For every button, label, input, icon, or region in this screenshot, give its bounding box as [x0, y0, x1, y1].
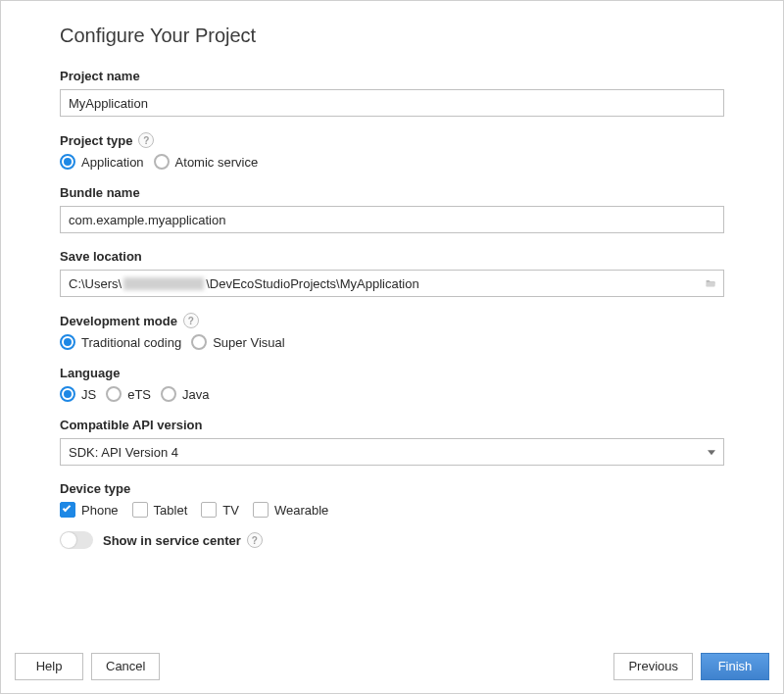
check-label: Tablet: [154, 503, 188, 518]
radio-label: Java: [182, 387, 209, 402]
language-label: Language: [60, 366, 724, 380]
project-name-input[interactable]: [60, 89, 724, 117]
dev-mode-label: Development mode ?: [60, 313, 724, 328]
bundle-name-input[interactable]: [60, 206, 724, 233]
bundle-name-label: Bundle name: [60, 185, 724, 200]
dev-mode-label-text: Development mode: [60, 314, 177, 328]
api-version-group: Compatible API version SDK: API Version …: [60, 418, 724, 466]
finish-button[interactable]: Finish: [701, 653, 769, 680]
check-label: Phone: [81, 503, 119, 518]
dialog-content: Configure Your Project Project name Proj…: [1, 1, 783, 638]
project-type-group: Project type ? Application Atomic servic…: [60, 132, 724, 170]
radio-label: Traditional coding: [81, 335, 181, 350]
device-type-group: Device type Phone Tablet TV Wearable: [60, 481, 724, 549]
chevron-down-icon: [708, 450, 715, 455]
check-wearable[interactable]: Wearable: [253, 502, 328, 518]
radio-traditional-coding[interactable]: Traditional coding: [60, 334, 181, 350]
radio-dot-icon: [60, 154, 75, 170]
radio-dot-icon: [60, 334, 75, 350]
device-type-label: Device type: [60, 481, 724, 496]
help-icon[interactable]: ?: [183, 313, 199, 328]
browse-folder-button[interactable]: [700, 273, 721, 294]
dialog-title: Configure Your Project: [60, 25, 724, 47]
help-icon[interactable]: ?: [138, 132, 154, 148]
checkbox-icon: [132, 502, 148, 518]
check-tv[interactable]: TV: [201, 502, 239, 518]
path-prefix: C:\Users\: [69, 276, 122, 291]
project-type-label-text: Project type: [60, 133, 132, 148]
dialog-footer: Help Cancel Previous Finish: [1, 638, 783, 693]
help-button[interactable]: Help: [15, 653, 83, 680]
check-label: Wearable: [274, 503, 328, 518]
bundle-name-group: Bundle name: [60, 185, 724, 233]
dev-mode-group: Development mode ? Traditional coding Su…: [60, 313, 724, 350]
dev-mode-radios: Traditional coding Super Visual: [60, 334, 724, 350]
previous-button[interactable]: Previous: [613, 653, 693, 680]
path-suffix: \DevEcoStudioProjects\MyApplication: [206, 276, 419, 291]
radio-dot-icon: [161, 386, 176, 402]
select-value: SDK: API Version 4: [69, 445, 178, 460]
save-location-label: Save location: [60, 249, 724, 264]
radio-label: Application: [81, 155, 144, 170]
api-version-label: Compatible API version: [60, 418, 724, 432]
radio-js[interactable]: JS: [60, 386, 96, 402]
language-radios: JS eTS Java: [60, 386, 724, 402]
check-phone[interactable]: Phone: [60, 502, 119, 518]
radio-atomic-service[interactable]: Atomic service: [154, 154, 259, 170]
save-location-group: Save location C:\Users\ \DevEcoStudioPro…: [60, 249, 724, 297]
project-type-radios: Application Atomic service: [60, 154, 724, 170]
radio-label: eTS: [127, 387, 151, 402]
help-icon[interactable]: ?: [247, 532, 263, 548]
service-center-toggle[interactable]: [60, 531, 93, 549]
service-center-label-text: Show in service center: [103, 533, 241, 548]
project-name-label: Project name: [60, 69, 724, 83]
radio-java[interactable]: Java: [161, 386, 209, 402]
radio-dot-icon: [106, 386, 122, 402]
device-type-checks: Phone Tablet TV Wearable: [60, 502, 724, 518]
check-tablet[interactable]: Tablet: [132, 502, 188, 518]
radio-label: Atomic service: [175, 155, 259, 170]
redacted-path-segment: [123, 277, 204, 290]
configure-project-dialog: Configure Your Project Project name Proj…: [0, 0, 784, 694]
radio-label: JS: [81, 387, 96, 402]
save-location-input[interactable]: C:\Users\ \DevEcoStudioProjects\MyApplic…: [60, 270, 724, 297]
radio-dot-icon: [191, 334, 207, 350]
radio-super-visual[interactable]: Super Visual: [191, 334, 284, 350]
language-group: Language JS eTS Java: [60, 366, 724, 402]
folder-icon: [706, 276, 715, 290]
service-center-row: Show in service center ?: [60, 531, 724, 549]
radio-label: Super Visual: [213, 335, 284, 350]
checkbox-icon: [60, 502, 75, 518]
radio-ets[interactable]: eTS: [106, 386, 151, 402]
cancel-button[interactable]: Cancel: [91, 653, 160, 680]
api-version-select[interactable]: SDK: API Version 4: [60, 438, 724, 466]
toggle-knob-icon: [61, 532, 76, 548]
checkbox-icon: [201, 502, 217, 518]
radio-dot-icon: [154, 154, 170, 170]
radio-dot-icon: [60, 386, 75, 402]
project-name-group: Project name: [60, 69, 724, 117]
service-center-label: Show in service center ?: [103, 532, 263, 548]
project-type-label: Project type ?: [60, 132, 724, 148]
radio-application[interactable]: Application: [60, 154, 144, 170]
check-label: TV: [222, 503, 239, 518]
checkbox-icon: [253, 502, 269, 518]
